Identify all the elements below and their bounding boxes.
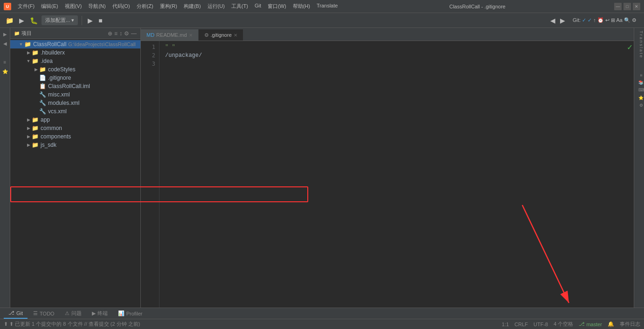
menu-tools[interactable]: 工具(T) <box>229 2 251 11</box>
left-icon-1[interactable]: ▶ <box>1 30 9 38</box>
code-editor[interactable]: " " /unpackage/ <box>159 41 634 308</box>
tree-item-iml[interactable]: 📋 ClassRollCall.iml <box>10 82 140 90</box>
tree-arrow-app: ▶ <box>25 117 32 123</box>
tree-item-vcs[interactable]: 🔧 vcs.xml <box>10 107 140 116</box>
menu-translate[interactable]: Translate <box>314 2 340 11</box>
tree-item-misc[interactable]: 🔧 misc.xml <box>10 90 140 99</box>
minimize-button[interactable]: — <box>614 3 622 10</box>
menu-navigate[interactable]: 导航(N) <box>85 2 108 11</box>
tab-git[interactable]: ⎇ Git <box>4 308 28 319</box>
tree-item-jssdk[interactable]: ▶ 📁 js_sdk <box>10 141 140 149</box>
status-encoding[interactable]: UTF-8 <box>533 321 548 328</box>
gitignore-icon: ⚙ <box>204 32 209 38</box>
git-push-icon: ↑ <box>593 17 596 23</box>
editor-content[interactable]: 1 2 3 " " /unpackage/ <box>141 41 634 308</box>
panel-settings-icon[interactable]: ⚙ <box>124 30 129 37</box>
status-eventlog[interactable]: 事件日志 <box>620 321 640 328</box>
tree-item-idea[interactable]: ▼ 📁 .idea <box>10 57 140 65</box>
left-icon-4[interactable]: ⭐ <box>1 67 9 75</box>
menu-refactor[interactable]: 重构(R) <box>157 2 180 11</box>
status-position[interactable]: 1:1 <box>502 321 509 328</box>
xml-icon2: 🔧 <box>39 100 46 106</box>
tab-profiler[interactable]: 📊 Profiler <box>113 308 147 319</box>
tree-root[interactable]: ▼ 📁 ClassRollCall G:\IdeaProjects\ClassR… <box>10 40 140 48</box>
window-title: ClassRollCall - .gitignore <box>344 4 610 9</box>
git-check-icon: ✓ <box>582 17 586 23</box>
debug-icon[interactable]: 🐛 <box>28 16 40 25</box>
git-settings-icon: ⚙ <box>632 17 637 23</box>
folder-icon-common: 📁 <box>32 125 39 131</box>
status-sync[interactable]: ⬆ ⬆ 已更新 1 个提交中的 8 个文件 // 查看提交 (2 分钟 之前) <box>4 321 140 328</box>
tree-item-common[interactable]: ▶ 📁 common <box>10 124 140 132</box>
tree-item-app[interactable]: ▶ 📁 app <box>10 116 140 124</box>
close-button[interactable]: ✕ <box>633 3 640 10</box>
forward-arrow-icon[interactable]: ▶ <box>558 16 567 25</box>
panel-icon: 📁 <box>14 31 20 36</box>
left-icon-2[interactable]: ◀ <box>1 39 9 48</box>
status-branch[interactable]: ⎇ master <box>579 321 602 328</box>
back-arrow-icon[interactable]: ◀ <box>548 16 557 25</box>
status-lineending[interactable]: CRLF <box>514 321 528 328</box>
run-icon[interactable]: ▶ <box>17 16 26 25</box>
panel-expand-icon[interactable]: ↕ <box>119 30 122 37</box>
tab-gitignore-close[interactable]: ✕ <box>234 33 237 38</box>
side-icon-5[interactable]: ⚙ <box>635 102 644 109</box>
xml-icon3: 🔧 <box>39 108 46 115</box>
status-bar: ⬆ ⬆ 已更新 1 个提交中的 8 个文件 // 查看提交 (2 分钟 之前) … <box>0 319 644 329</box>
menu-run[interactable]: 运行(U) <box>205 2 228 11</box>
folder-icon-app: 📁 <box>32 117 39 123</box>
git-check2-icon: ✓ <box>588 17 592 23</box>
tab-readme[interactable]: MD README.md ✕ <box>141 29 199 41</box>
tree-item-modules[interactable]: 🔧 modules.xml <box>10 99 140 107</box>
stop-icon[interactable]: ■ <box>97 16 104 25</box>
window-controls: — □ ✕ <box>614 3 640 10</box>
add-config-button[interactable]: 添加配置... ▾ <box>42 15 78 25</box>
git-copy-icon: ⊞ <box>611 17 615 23</box>
bottom-tabs: ⎇ Git ☰ TODO ⚠ 问题 ▶ 终端 📊 Profiler <box>0 308 644 319</box>
side-icon-4[interactable]: ⭐ <box>635 94 644 101</box>
tab-problems[interactable]: ⚠ 问题 <box>60 308 86 319</box>
maximize-button[interactable]: □ <box>623 3 631 10</box>
tab-readme-close[interactable]: ✕ <box>189 33 193 38</box>
side-icon-2[interactable]: 📚 <box>635 79 644 86</box>
problems-icon: ⚠ <box>65 310 69 316</box>
tree-item-codestyles[interactable]: ▶ 📁 codeStyles <box>10 65 140 74</box>
side-icon-1[interactable]: ≡ <box>635 73 644 77</box>
project-icon[interactable]: 📁 <box>4 16 15 25</box>
left-icon-3[interactable]: ≡ <box>1 58 9 66</box>
git-search-icon: 🔍 <box>624 17 630 23</box>
tree-item-components[interactable]: ▶ 📁 components <box>10 132 140 141</box>
folder-icon-components: 📁 <box>32 133 39 140</box>
tab-gitignore[interactable]: ⚙ .gitignore ✕ <box>199 29 243 41</box>
panel-collapse-icon[interactable]: ≡ <box>114 30 118 37</box>
tree-item-hbuilderx[interactable]: ▶ 📁 .hbuilderx <box>10 48 140 57</box>
menu-file[interactable]: 文件(F) <box>15 2 37 11</box>
tree-label-app: app <box>41 117 50 123</box>
menu-help[interactable]: 帮助(H) <box>290 2 313 11</box>
tree-label-misc: misc.xml <box>48 91 70 98</box>
tab-readme-label: README.md <box>156 32 187 38</box>
menu-edit[interactable]: 编辑(E) <box>38 2 61 11</box>
terminal-icon: ▶ <box>92 310 96 316</box>
translate-label[interactable]: T r a n s l a t e <box>635 30 644 58</box>
play-icon[interactable]: ▶ <box>86 16 95 25</box>
status-notifications[interactable]: 🔔 <box>608 321 614 328</box>
menu-analyze[interactable]: 分析(Z) <box>134 2 156 11</box>
side-icon-3[interactable]: ⌨ <box>635 87 644 93</box>
menu-code[interactable]: 代码(O) <box>110 2 133 11</box>
git-translate-icon: Aa <box>616 17 622 23</box>
tab-todo[interactable]: ☰ TODO <box>28 308 59 319</box>
menu-build[interactable]: 构建(B) <box>181 2 204 11</box>
git-info: Git: ✓ ✓ ↑ ⏰ ↩ ⊞ Aa 🔍 ⚙ <box>569 16 640 24</box>
panel-header: 📁 项目 ⊕ ≡ ↕ ⚙ — <box>10 28 140 39</box>
readme-icon: MD <box>146 32 154 38</box>
tree-item-gitignore[interactable]: 📄 .gitignore <box>10 74 140 82</box>
menu-git[interactable]: Git <box>252 2 264 11</box>
menu-view[interactable]: 视图(V) <box>62 2 85 11</box>
panel-minimize-icon[interactable]: — <box>131 30 137 37</box>
tab-terminal[interactable]: ▶ 终端 <box>87 308 112 319</box>
status-indent[interactable]: 4 个空格 <box>554 321 573 328</box>
branch-status-name: master <box>586 322 602 327</box>
panel-locate-icon[interactable]: ⊕ <box>108 30 112 37</box>
menu-window[interactable]: 窗口(W) <box>265 2 289 11</box>
